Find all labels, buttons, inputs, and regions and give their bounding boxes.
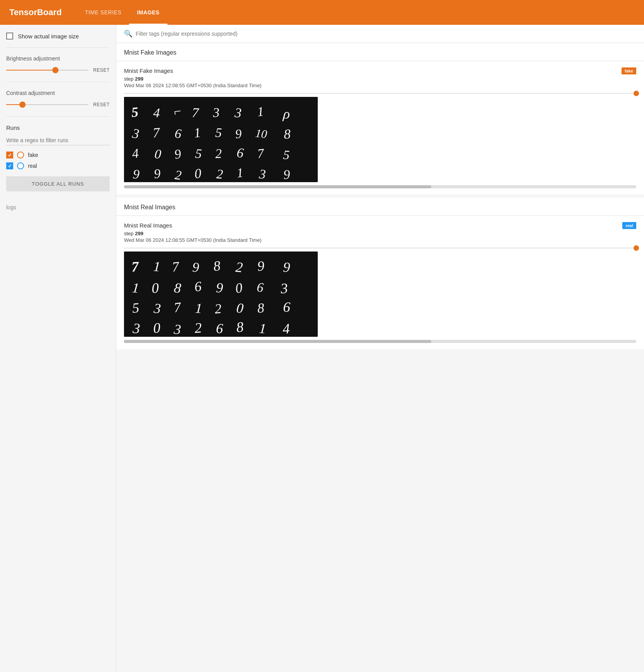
mnist-fake-slider[interactable] [124,93,636,94]
mnist-real-scrollbar-thumb [124,340,431,343]
run-checkbox-real[interactable]: ✓ [6,162,13,169]
svg-text:5: 5 [283,148,290,162]
filter-tags-input[interactable] [136,31,636,37]
mnist-real-section-title: Mnist Real Images [116,198,644,216]
tag-badge-real: real [622,222,636,229]
svg-text:3: 3 [258,167,267,181]
svg-text:2: 2 [214,301,222,317]
mnist-fake-section-title: Mnist Fake Images [116,43,644,61]
mnist-fake-scrollbar-thumb [124,185,431,188]
mnist-real-svg: 7 1 7 9 8 2 9 9 1 0 8 6 9 0 [124,252,318,337]
content-area: 🔍 Mnist Fake Images Mnist Fake Images fa… [116,25,644,672]
mnist-fake-slider-thumb[interactable] [634,91,639,96]
contrast-reset[interactable]: RESET [93,102,110,107]
runs-section: Runs ✓ fake ✓ real TOGGLE ALL RUNS [6,124,110,198]
svg-text:5: 5 [215,125,222,140]
mnist-real-slider-row [124,248,636,248]
brightness-slider-row: RESET [6,66,110,74]
mnist-fake-slider-row [124,93,636,94]
mnist-real-card-header: Mnist Real Images real [124,222,636,229]
toggle-all-runs-button[interactable]: TOGGLE ALL RUNS [6,176,110,191]
brightness-fill [6,70,55,71]
run-color-circle-real [17,162,24,169]
mnist-real-image: 7 1 7 9 8 2 9 9 1 0 8 6 9 0 [124,252,318,337]
svg-text:9: 9 [283,259,291,275]
contrast-slider[interactable] [6,101,88,109]
sidebar: Show actual image size Brightness adjust… [0,25,116,672]
svg-text:1: 1 [131,280,139,296]
contrast-thumb[interactable] [19,102,26,108]
mnist-real-section: Mnist Real Images Mnist Real Images real… [116,198,644,349]
svg-text:3: 3 [280,280,288,296]
svg-text:6: 6 [194,279,202,295]
runs-title: Runs [6,124,110,131]
svg-text:2: 2 [215,146,222,161]
show-image-size-checkbox[interactable] [6,33,13,40]
run-item-fake[interactable]: ✓ fake [6,152,110,159]
svg-text:3: 3 [173,321,181,337]
checkmark-real: ✓ [8,163,12,169]
svg-text:ρ: ρ [282,106,291,122]
svg-text:3: 3 [132,320,140,336]
runs-filter-input[interactable] [6,136,110,145]
mnist-real-slider-thumb[interactable] [634,245,639,251]
checkmark-fake: ✓ [8,152,12,158]
app-logo: TensorBoard [9,7,62,17]
mnist-fake-svg: 5 4 ⌐ 7 3 3 1 ρ 3 7 6 1 5 9 [124,97,318,182]
svg-text:1: 1 [195,300,203,316]
brightness-track [6,70,88,71]
run-item-real[interactable]: ✓ real [6,162,110,169]
svg-text:10: 10 [255,126,268,140]
svg-text:1: 1 [153,258,161,274]
contrast-section: Contrast adjustment RESET [6,90,110,117]
mnist-real-step: step 299 [124,231,636,236]
run-label-real: real [28,163,37,169]
mnist-real-card-title: Mnist Real Images [124,222,172,229]
svg-text:6: 6 [256,280,264,295]
mnist-real-slider[interactable] [124,248,636,248]
show-image-size-row[interactable]: Show actual image size [6,33,110,48]
mnist-fake-step: step 299 [124,76,636,82]
mnist-real-time: Wed Mar 06 2024 12:08:55 GMT+0530 (India… [124,237,636,243]
svg-text:6: 6 [283,299,291,315]
mnist-fake-time: Wed Mar 06 2024 12:08:55 GMT+0530 (India… [124,83,636,88]
svg-text:5: 5 [131,104,139,120]
mnist-fake-card: Mnist Fake Images fake step 299 Wed Mar … [116,61,644,195]
brightness-thumb[interactable] [52,67,59,73]
mnist-fake-scrollbar[interactable] [124,185,636,188]
logs-label: logs [6,204,16,210]
nav-item-time-series[interactable]: TIME SERIES [77,0,129,25]
svg-text:9: 9 [257,258,265,274]
run-color-circle-fake [17,152,24,159]
svg-text:7: 7 [131,258,139,275]
svg-text:0: 0 [153,320,161,336]
svg-text:2: 2 [216,167,224,181]
contrast-label: Contrast adjustment [6,90,110,96]
svg-text:9: 9 [192,260,200,275]
nav-item-images[interactable]: IMAGES [129,0,167,25]
svg-text:2: 2 [235,259,243,275]
mnist-real-scrollbar[interactable] [124,340,636,343]
svg-text:3: 3 [153,300,161,317]
svg-text:4: 4 [282,320,290,337]
run-label-fake: fake [28,152,38,158]
main-layout: Show actual image size Brightness adjust… [0,25,644,672]
main-nav: TIME SERIES IMAGES [77,0,167,25]
svg-text:9: 9 [132,167,140,181]
svg-text:6: 6 [216,320,224,336]
tag-badge-fake: fake [622,67,636,74]
svg-text:3: 3 [212,105,220,120]
contrast-slider-row: RESET [6,101,110,109]
brightness-section: Brightness adjustment RESET [6,55,110,82]
run-checkbox-fake[interactable]: ✓ [6,152,13,159]
show-image-size-label: Show actual image size [18,33,79,40]
brightness-reset[interactable]: RESET [93,67,110,73]
mnist-fake-card-header: Mnist Fake Images fake [124,67,636,74]
brightness-label: Brightness adjustment [6,55,110,62]
svg-text:8: 8 [283,126,291,142]
brightness-slider[interactable] [6,66,88,74]
contrast-track [6,104,88,105]
filter-bar: 🔍 [116,25,644,43]
mnist-fake-image: 5 4 ⌐ 7 3 3 1 ρ 3 7 6 1 5 9 [124,97,318,182]
svg-text:0: 0 [151,280,159,296]
